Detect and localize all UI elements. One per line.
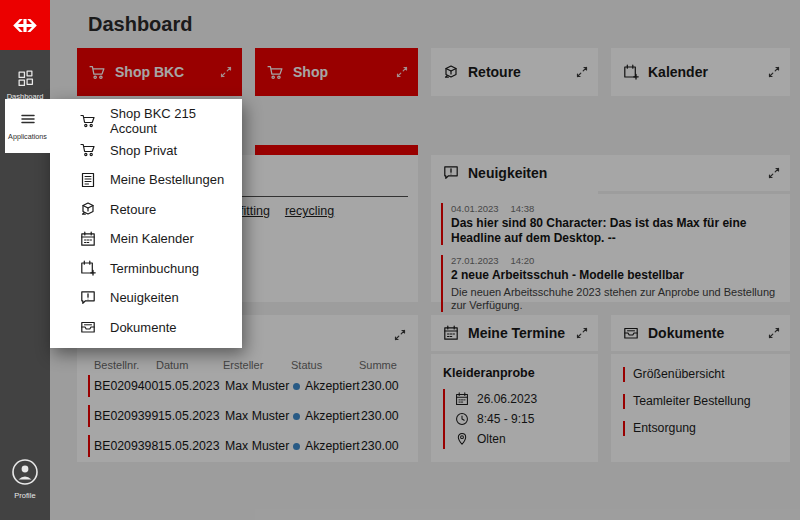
menu-item-label: Shop Privat bbox=[110, 143, 177, 158]
dashboard-grid-icon bbox=[17, 70, 34, 87]
cart-icon bbox=[80, 114, 96, 128]
menu-item-meine-bestellungen[interactable]: Meine Bestellungen bbox=[50, 165, 242, 195]
return-box-icon bbox=[80, 201, 96, 217]
menu-item-retoure[interactable]: Retoure bbox=[50, 195, 242, 225]
menu-icon bbox=[20, 111, 36, 127]
menu-item-mein-kalender[interactable]: Mein Kalender bbox=[50, 224, 242, 254]
menu-item-label: Neuigkeiten bbox=[110, 290, 179, 305]
menu-item-terminbuchung[interactable]: Terminbuchung bbox=[50, 254, 242, 284]
news-bubble-icon bbox=[80, 290, 96, 306]
sidebar: Dashboard Profile bbox=[0, 0, 50, 520]
sidebar-item-label: Profile bbox=[14, 491, 35, 500]
sidebar-item-profile[interactable]: Profile bbox=[0, 446, 50, 510]
menu-item-dokumente[interactable]: Dokumente bbox=[50, 313, 242, 343]
menu-item-label: Shop BKC 215 Account bbox=[110, 106, 242, 136]
orders-icon bbox=[80, 172, 96, 188]
menu-item-label: Terminbuchung bbox=[110, 261, 199, 276]
dashboard-page: Dashboard Shop BKC Shop Order on private… bbox=[0, 0, 800, 520]
calendar-plus-icon bbox=[80, 260, 96, 276]
profile-icon bbox=[11, 458, 39, 486]
menu-item-neuigkeiten[interactable]: Neuigkeiten bbox=[50, 283, 242, 313]
menu-item-label: Retoure bbox=[110, 202, 156, 217]
documents-tray-icon bbox=[80, 319, 96, 335]
menu-item-shop-privat[interactable]: Shop Privat bbox=[50, 136, 242, 166]
calendar-icon bbox=[80, 231, 96, 247]
sbb-logo[interactable] bbox=[0, 0, 50, 50]
cart-icon bbox=[80, 143, 96, 157]
menu-item-label: Mein Kalender bbox=[110, 231, 194, 246]
menu-item-label: Meine Bestellungen bbox=[110, 172, 224, 187]
sidebar-item-applications[interactable]: Applications bbox=[5, 99, 50, 153]
sidebar-item-label: Applications bbox=[8, 132, 47, 141]
applications-menu: Shop BKC 215 Account Shop Privat Meine B… bbox=[50, 99, 242, 348]
menu-item-label: Dokumente bbox=[110, 320, 176, 335]
menu-item-shop-bkc-215[interactable]: Shop BKC 215 Account bbox=[50, 106, 242, 136]
sbb-logo-icon bbox=[12, 18, 38, 33]
